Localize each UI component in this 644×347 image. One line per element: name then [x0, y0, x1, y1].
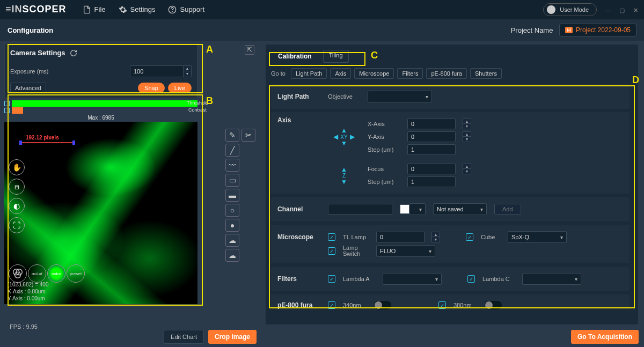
- xy-left-arrow[interactable]: ◀: [333, 134, 338, 140]
- rect-fill-icon[interactable]: ▬: [225, 189, 239, 202]
- xy-down-arrow[interactable]: ▼: [341, 140, 347, 146]
- focus-input[interactable]: [407, 164, 456, 174]
- freehand-line-icon[interactable]: 〰: [225, 159, 239, 172]
- channel-color-swatch[interactable]: [400, 204, 409, 214]
- lamp-switch-select[interactable]: FLUO: [376, 245, 435, 257]
- close-icon[interactable]: ✕: [633, 7, 639, 12]
- project-badge: M: [565, 27, 573, 33]
- menu-support[interactable]: Support: [168, 5, 204, 14]
- go-to-acquisition-button[interactable]: Go To Acquisition: [571, 330, 639, 344]
- cube-select[interactable]: SpX-Q: [508, 231, 567, 243]
- popout-icon[interactable]: ⇱: [245, 45, 254, 55]
- circle-fill-icon[interactable]: ●: [225, 219, 239, 232]
- contrast-tool-icon[interactable]: ◐: [9, 198, 25, 214]
- focus-down[interactable]: ▼: [463, 169, 471, 174]
- z-step-input[interactable]: [407, 176, 456, 187]
- edit-chart-button[interactable]: Edit Chart: [164, 330, 204, 344]
- lut-none-button[interactable]: noLut: [28, 264, 46, 283]
- file-icon: [83, 5, 91, 14]
- menu-file[interactable]: File: [83, 5, 106, 14]
- annotation-A: A: [206, 44, 213, 55]
- tab-tiling[interactable]: Tiling: [323, 50, 349, 63]
- usermode-toggle[interactable]: User Mode: [543, 3, 597, 16]
- lut-preset-button[interactable]: preset: [67, 264, 85, 283]
- channels-icon[interactable]: [9, 264, 27, 283]
- lambda-a-checkbox[interactable]: ✓: [328, 275, 335, 283]
- channel-name-input[interactable]: [328, 204, 392, 215]
- pe800-380-toggle[interactable]: [485, 301, 502, 309]
- pe800-380-checkbox[interactable]: ✓: [438, 301, 446, 309]
- circle-outline-icon[interactable]: ○: [225, 204, 239, 217]
- channel-color-select[interactable]: [409, 203, 426, 215]
- tl-lamp-checkbox[interactable]: ✓: [328, 233, 335, 241]
- exposure-input[interactable]: [130, 65, 184, 77]
- lambda-c-checkbox[interactable]: ✓: [467, 275, 475, 283]
- channel-saved-select[interactable]: Not saved: [433, 203, 487, 215]
- lut-color-button[interactable]: color: [47, 264, 65, 283]
- pe800-340-checkbox[interactable]: ✓: [328, 301, 335, 309]
- z-label: Z: [342, 173, 346, 179]
- blob-fill-icon[interactable]: ☁: [225, 249, 239, 262]
- exposure-step-down[interactable]: ▼: [184, 71, 191, 77]
- z-up-arrow[interactable]: ▲: [341, 166, 347, 173]
- snap-button[interactable]: Snap: [138, 83, 165, 93]
- fullscreen-tool-icon[interactable]: ⛶: [9, 217, 25, 233]
- xy-right-arrow[interactable]: ▶: [350, 134, 355, 140]
- crop-image-button[interactable]: Crop Image: [208, 330, 257, 344]
- goto-pe800[interactable]: pE-800 fura: [426, 68, 466, 79]
- menu-settings[interactable]: Settings: [119, 5, 156, 14]
- goto-microscope[interactable]: Microscope: [354, 68, 394, 79]
- xy-up-arrow[interactable]: ▲: [341, 127, 347, 134]
- y-down[interactable]: ▼: [463, 137, 471, 142]
- threshold-slider[interactable]: Threshold: [12, 100, 197, 107]
- pencil-tool-icon[interactable]: ✎: [225, 129, 239, 142]
- tl-lamp-input[interactable]: [376, 232, 425, 242]
- scissors-tool-icon[interactable]: ✂: [241, 129, 255, 142]
- pan-tool-icon[interactable]: ✋: [9, 159, 25, 175]
- section-pe800: pE-800 fura: [277, 301, 320, 309]
- goto-axis[interactable]: Axis: [330, 68, 351, 79]
- maximize-icon[interactable]: ▢: [619, 7, 625, 12]
- channel-add-button[interactable]: Add: [494, 204, 521, 215]
- camera-settings-panel: Camera Settings Exposure (ms) ▲ ▼ Advanc…: [4, 44, 197, 98]
- reload-icon[interactable]: [70, 49, 77, 57]
- lambda-c-select[interactable]: [522, 273, 581, 285]
- exposure-step-up[interactable]: ▲: [184, 66, 191, 71]
- crop-tool-icon[interactable]: ⧈: [9, 179, 25, 195]
- z-down-arrow[interactable]: ▼: [341, 179, 347, 185]
- annotation-B: B: [206, 95, 213, 107]
- blob-outline-icon[interactable]: ☁: [225, 234, 239, 247]
- contrast-slider[interactable]: Contrast: [12, 107, 197, 114]
- tab-calibration[interactable]: Calibration: [271, 50, 319, 63]
- image-preview[interactable]: 192.12 pixels ✋ ⧈ ◐ ⛶ noLut color preset: [4, 122, 197, 304]
- section-microscope: Microscope: [277, 233, 320, 241]
- x-up[interactable]: ▲: [463, 119, 471, 124]
- tl-up[interactable]: ▲: [432, 232, 440, 237]
- lambda-a-select[interactable]: [383, 273, 442, 285]
- svg-point-1: [172, 11, 173, 12]
- xy-step-input[interactable]: [407, 144, 456, 155]
- y-up[interactable]: ▲: [463, 132, 471, 137]
- x-axis-label: X-Axis: [368, 121, 400, 127]
- advanced-button[interactable]: Advanced: [10, 83, 46, 93]
- x-axis-input[interactable]: [407, 119, 456, 129]
- pe800-340-toggle[interactable]: [374, 301, 391, 309]
- goto-filters[interactable]: Filters: [397, 68, 423, 79]
- focus-up[interactable]: ▲: [463, 164, 471, 169]
- x-down[interactable]: ▼: [463, 124, 471, 129]
- threshold-checkbox[interactable]: [4, 101, 10, 106]
- tl-down[interactable]: ▼: [432, 237, 440, 242]
- goto-light-path[interactable]: Light Path: [291, 68, 327, 79]
- cube-checkbox[interactable]: ✓: [466, 233, 473, 241]
- objective-select[interactable]: [368, 91, 432, 102]
- project-selector[interactable]: M Project 2022-09-05: [559, 24, 636, 36]
- y-axis-input[interactable]: [407, 131, 456, 142]
- live-button[interactable]: Live: [168, 83, 192, 93]
- lamp-switch-checkbox[interactable]: ✓: [328, 247, 335, 255]
- minimize-icon[interactable]: —: [605, 7, 611, 12]
- contrast-checkbox[interactable]: [4, 108, 10, 113]
- rect-outline-icon[interactable]: ▭: [225, 174, 239, 187]
- line-tool-icon[interactable]: ╱: [225, 144, 239, 157]
- goto-shutters[interactable]: Shutters: [470, 68, 502, 79]
- project-label: Project Name: [511, 26, 553, 34]
